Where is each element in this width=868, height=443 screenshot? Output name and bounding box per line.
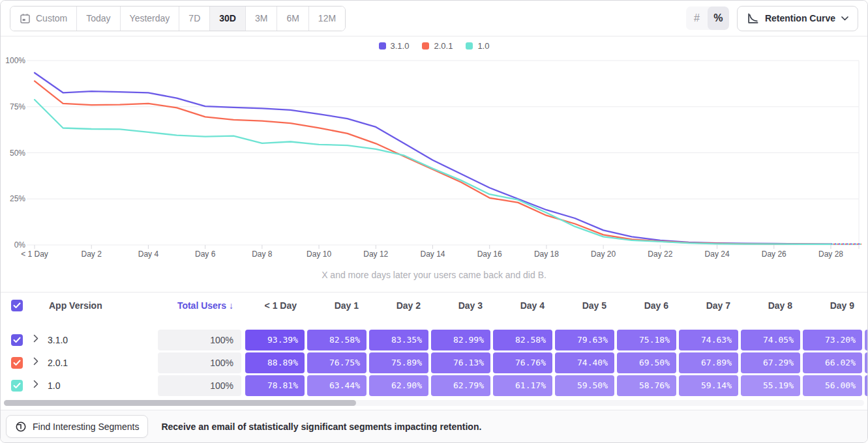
table-row-2.0.1: 2.0.1100%88.89%76.75%75.89%76.13%76.76%7… xyxy=(1,352,867,373)
y-axis-label: 50% xyxy=(2,149,25,158)
footer-bar: Find Interesting Segments Receive an ema… xyxy=(1,410,867,442)
y-axis-label: 0% xyxy=(2,240,25,250)
percentage-toggle[interactable]: % xyxy=(708,7,729,30)
retention-cell[interactable]: 76.76% xyxy=(493,352,552,373)
retention-cell[interactable]: 82.58% xyxy=(307,330,367,350)
column-header-day-5[interactable]: Day 5 xyxy=(555,293,606,319)
retention-cell[interactable]: 56.00% xyxy=(803,375,862,396)
x-axis-label: Day 20 xyxy=(591,250,616,259)
chart-type-dropdown[interactable]: Retention Curve xyxy=(737,6,858,31)
retention-cell[interactable]: 88.89% xyxy=(245,352,305,373)
column-header-day-3[interactable]: Day 3 xyxy=(431,293,483,319)
row-expand-chevron-icon[interactable] xyxy=(33,334,38,343)
retention-cell[interactable]: 76.75% xyxy=(307,352,367,373)
date-range-yesterday[interactable]: Yesterday xyxy=(121,7,180,31)
date-range-label: 12M xyxy=(318,13,336,23)
select-all-checkbox[interactable] xyxy=(11,300,23,311)
retention-cell[interactable]: 79.63% xyxy=(555,330,614,350)
retention-cell[interactable]: 76.13% xyxy=(431,352,490,373)
row-checkbox-1.0[interactable] xyxy=(11,380,23,392)
retention-cell[interactable]: 82.58% xyxy=(493,330,552,350)
retention-report-panel: CustomTodayYesterday7D30D3M6M12M #% Rete… xyxy=(0,0,868,443)
date-range-label: 30D xyxy=(219,13,236,23)
x-axis-label: Day 26 xyxy=(762,250,786,259)
date-range-7d[interactable]: 7D xyxy=(179,7,210,31)
retention-cell[interactable]: 62.90% xyxy=(369,375,428,396)
retention-cell[interactable]: 73.20% xyxy=(803,330,862,350)
retention-line-chart xyxy=(1,36,868,261)
date-range-today[interactable]: Today xyxy=(77,7,120,31)
row-checkbox-2.0.1[interactable] xyxy=(11,357,23,369)
date-range-custom[interactable]: Custom xyxy=(10,7,77,31)
x-axis-label: Day 22 xyxy=(648,250,672,259)
x-axis-label: Day 24 xyxy=(705,250,730,259)
table-row-3.1.0: 3.1.0100%93.39%82.58%83.35%82.99%82.58%7… xyxy=(1,330,867,350)
retention-cell[interactable]: 63.44% xyxy=(307,375,367,396)
retention-cell[interactable]: 93.39% xyxy=(245,330,305,350)
row-app-version-label: 2.0.1 xyxy=(48,352,68,373)
segments-button-label: Find Interesting Segments xyxy=(33,422,139,432)
retention-cell[interactable]: 74.05% xyxy=(741,330,800,350)
column-header-day-1[interactable]: Day 1 xyxy=(307,293,359,319)
date-range-12m[interactable]: 12M xyxy=(309,7,345,31)
retention-cell[interactable]: 66.02% xyxy=(803,352,862,373)
date-range-label: 6M xyxy=(286,13,299,23)
row-expand-chevron-icon[interactable] xyxy=(33,357,38,365)
value-format-toggle: #% xyxy=(686,7,729,30)
retention-cell[interactable]: 59.50% xyxy=(555,375,614,396)
x-axis-label: Day 10 xyxy=(307,250,331,259)
date-range-label: Custom xyxy=(36,13,67,23)
toolbar-right-controls: #% Retention Curve xyxy=(686,6,858,31)
column-header-day-4[interactable]: Day 4 xyxy=(493,293,545,319)
retention-cell[interactable]: 67.29% xyxy=(741,352,800,373)
y-axis-label: 75% xyxy=(2,102,25,111)
column-header-total-users[interactable]: Total Users ↓ xyxy=(118,293,233,319)
chart-type-label: Retention Curve xyxy=(765,13,835,23)
retention-cell[interactable]: 78.81% xyxy=(245,375,305,396)
row-app-version-label: 3.1.0 xyxy=(48,330,68,350)
y-axis-label: 25% xyxy=(2,194,25,203)
column-header-day-2[interactable]: Day 2 xyxy=(369,293,421,319)
total-users-cell: 100% xyxy=(158,375,241,396)
retention-cell-partial[interactable] xyxy=(865,330,868,350)
retention-cell[interactable]: 75.18% xyxy=(617,330,676,350)
find-interesting-segments-button[interactable]: Find Interesting Segments xyxy=(6,415,148,438)
line-series-2.0.1 xyxy=(35,81,831,244)
retention-cell[interactable]: 74.63% xyxy=(679,330,738,350)
retention-cell[interactable]: 83.35% xyxy=(369,330,428,350)
retention-cell[interactable]: 74.40% xyxy=(555,352,614,373)
retention-cell[interactable]: 75.89% xyxy=(369,352,428,373)
row-checkbox-3.1.0[interactable] xyxy=(11,334,23,346)
date-range-3m[interactable]: 3M xyxy=(246,7,277,31)
x-axis-label: Day 4 xyxy=(138,250,158,259)
column-header-day-9[interactable]: Day 9 xyxy=(803,293,854,319)
calendar-icon xyxy=(20,13,31,24)
retention-cell-partial[interactable] xyxy=(865,375,868,396)
x-axis-label: Day 8 xyxy=(252,250,272,259)
x-axis-label: < 1 Day xyxy=(21,250,48,259)
retention-cell[interactable]: 58.76% xyxy=(617,375,676,396)
column-header-day-7[interactable]: Day 7 xyxy=(679,293,730,319)
horizontal-scrollbar-thumb[interactable] xyxy=(4,400,356,406)
column-header-day-8[interactable]: Day 8 xyxy=(741,293,792,319)
column-header-1-day[interactable]: < 1 Day xyxy=(245,293,297,319)
chart-caption: X and more days later your users came ba… xyxy=(1,270,867,280)
retention-cell[interactable]: 55.19% xyxy=(741,375,800,396)
retention-cell[interactable]: 61.17% xyxy=(493,375,552,396)
table-header-row: App Version Total Users ↓ < 1 DayDay 1Da… xyxy=(1,292,867,319)
total-users-cell: 100% xyxy=(158,330,241,350)
retention-cell[interactable]: 69.50% xyxy=(617,352,676,373)
retention-cell-partial[interactable] xyxy=(865,352,868,373)
row-expand-chevron-icon[interactable] xyxy=(33,380,38,388)
column-header-app-version[interactable]: App Version xyxy=(49,293,102,319)
date-range-label: 7D xyxy=(188,13,200,23)
date-range-6m[interactable]: 6M xyxy=(277,7,308,31)
retention-cell[interactable]: 82.99% xyxy=(431,330,490,350)
x-axis-label: Day 28 xyxy=(818,250,843,259)
retention-cell[interactable]: 62.79% xyxy=(431,375,490,396)
absolute-numbers-toggle[interactable]: # xyxy=(686,7,708,30)
retention-cell[interactable]: 59.14% xyxy=(679,375,738,396)
retention-cell[interactable]: 67.89% xyxy=(679,352,738,373)
column-header-day-6[interactable]: Day 6 xyxy=(617,293,668,319)
date-range-30d[interactable]: 30D xyxy=(210,7,246,31)
